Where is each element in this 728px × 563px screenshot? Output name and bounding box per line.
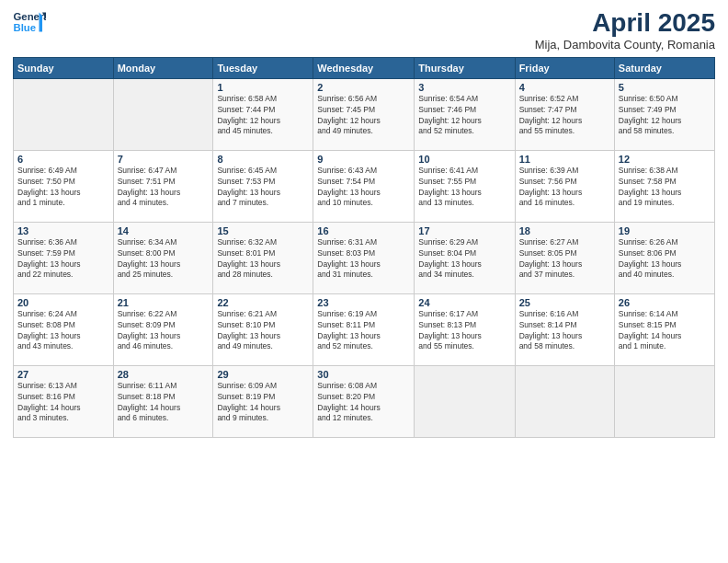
day-detail: Sunrise: 6:13 AMSunset: 8:16 PMDaylight:…: [17, 381, 109, 425]
day-header-saturday: Saturday: [614, 57, 714, 78]
calendar-cell: [113, 78, 213, 150]
calendar-cell: 17Sunrise: 6:29 AMSunset: 8:04 PMDayligh…: [415, 222, 515, 293]
day-detail: Sunrise: 6:52 AMSunset: 7:47 PMDaylight:…: [519, 94, 610, 138]
calendar-cell: 16Sunrise: 6:31 AMSunset: 8:03 PMDayligh…: [313, 222, 415, 293]
day-detail: Sunrise: 6:22 AMSunset: 8:09 PMDaylight:…: [118, 309, 210, 353]
calendar-cell: 15Sunrise: 6:32 AMSunset: 8:01 PMDayligh…: [213, 222, 313, 293]
day-detail: Sunrise: 6:16 AMSunset: 8:14 PMDaylight:…: [519, 309, 610, 353]
day-detail: Sunrise: 6:29 AMSunset: 8:04 PMDaylight:…: [418, 237, 510, 282]
day-number: 11: [519, 154, 610, 165]
day-detail: Sunrise: 6:49 AMSunset: 7:50 PMDaylight:…: [17, 166, 109, 210]
calendar-cell: 12Sunrise: 6:38 AMSunset: 7:58 PMDayligh…: [614, 150, 714, 222]
day-detail: Sunrise: 6:14 AMSunset: 8:15 PMDaylight:…: [619, 309, 711, 353]
calendar-cell: 7Sunrise: 6:47 AMSunset: 7:51 PMDaylight…: [113, 150, 213, 222]
calendar-cell: 10Sunrise: 6:41 AMSunset: 7:55 PMDayligh…: [415, 150, 515, 222]
day-number: 12: [619, 154, 711, 165]
calendar-cell: 11Sunrise: 6:39 AMSunset: 7:56 PMDayligh…: [515, 150, 614, 222]
day-detail: Sunrise: 6:24 AMSunset: 8:08 PMDaylight:…: [17, 309, 109, 353]
day-detail: Sunrise: 6:41 AMSunset: 7:55 PMDaylight:…: [418, 166, 510, 210]
day-number: 2: [317, 82, 410, 93]
calendar-cell: 30Sunrise: 6:08 AMSunset: 8:20 PMDayligh…: [313, 365, 415, 437]
day-number: 21: [118, 297, 210, 308]
day-detail: Sunrise: 6:39 AMSunset: 7:56 PMDaylight:…: [519, 166, 610, 210]
calendar-cell: 8Sunrise: 6:45 AMSunset: 7:53 PMDaylight…: [213, 150, 313, 222]
calendar-cell: 28Sunrise: 6:11 AMSunset: 8:18 PMDayligh…: [113, 365, 213, 437]
day-detail: Sunrise: 6:34 AMSunset: 8:00 PMDaylight:…: [118, 237, 210, 282]
day-detail: Sunrise: 6:56 AMSunset: 7:45 PMDaylight:…: [317, 94, 410, 138]
calendar-cell: 1Sunrise: 6:58 AMSunset: 7:44 PMDaylight…: [213, 78, 313, 150]
day-number: 26: [619, 297, 711, 308]
day-detail: Sunrise: 6:38 AMSunset: 7:58 PMDaylight:…: [619, 166, 711, 210]
calendar-week-3: 13Sunrise: 6:36 AMSunset: 7:59 PMDayligh…: [14, 222, 715, 293]
day-header-wednesday: Wednesday: [313, 57, 415, 78]
day-number: 10: [418, 154, 510, 165]
day-number: 6: [17, 154, 109, 165]
calendar-cell: 5Sunrise: 6:50 AMSunset: 7:49 PMDaylight…: [614, 78, 714, 150]
calendar-body: 1Sunrise: 6:58 AMSunset: 7:44 PMDaylight…: [14, 78, 715, 437]
calendar-cell: [415, 365, 515, 437]
day-header-friday: Friday: [515, 57, 614, 78]
day-number: 23: [317, 297, 410, 308]
calendar-cell: 24Sunrise: 6:17 AMSunset: 8:13 PMDayligh…: [415, 293, 515, 365]
day-detail: Sunrise: 6:43 AMSunset: 7:54 PMDaylight:…: [317, 166, 410, 210]
svg-text:Blue: Blue: [14, 22, 37, 33]
calendar-cell: 25Sunrise: 6:16 AMSunset: 8:14 PMDayligh…: [515, 293, 614, 365]
day-number: 18: [519, 225, 610, 236]
calendar-cell: [14, 78, 114, 150]
day-number: 22: [217, 297, 309, 308]
day-detail: Sunrise: 6:09 AMSunset: 8:19 PMDaylight:…: [217, 381, 309, 425]
day-number: 24: [418, 297, 510, 308]
calendar-cell: 29Sunrise: 6:09 AMSunset: 8:19 PMDayligh…: [213, 365, 313, 437]
calendar-week-4: 20Sunrise: 6:24 AMSunset: 8:08 PMDayligh…: [14, 293, 715, 365]
calendar-cell: 27Sunrise: 6:13 AMSunset: 8:16 PMDayligh…: [14, 365, 114, 437]
calendar-week-1: 1Sunrise: 6:58 AMSunset: 7:44 PMDaylight…: [14, 78, 715, 150]
calendar-cell: 2Sunrise: 6:56 AMSunset: 7:45 PMDaylight…: [313, 78, 415, 150]
day-number: 16: [317, 225, 410, 236]
day-detail: Sunrise: 6:08 AMSunset: 8:20 PMDaylight:…: [317, 381, 410, 425]
day-detail: Sunrise: 6:19 AMSunset: 8:11 PMDaylight:…: [317, 309, 410, 353]
day-detail: Sunrise: 6:58 AMSunset: 7:44 PMDaylight:…: [217, 94, 309, 138]
logo-icon: General Blue: [13, 9, 46, 35]
day-number: 28: [118, 369, 210, 380]
title-block: April 2025 Mija, Dambovita County, Roman…: [535, 9, 715, 52]
page-header: General Blue April 2025 Mija, Dambovita …: [13, 9, 715, 52]
calendar-cell: [614, 365, 714, 437]
calendar-cell: 9Sunrise: 6:43 AMSunset: 7:54 PMDaylight…: [313, 150, 415, 222]
day-detail: Sunrise: 6:27 AMSunset: 8:05 PMDaylight:…: [519, 237, 610, 282]
calendar-cell: 22Sunrise: 6:21 AMSunset: 8:10 PMDayligh…: [213, 293, 313, 365]
day-detail: Sunrise: 6:31 AMSunset: 8:03 PMDaylight:…: [317, 237, 410, 282]
day-number: 27: [17, 369, 109, 380]
calendar-cell: 26Sunrise: 6:14 AMSunset: 8:15 PMDayligh…: [614, 293, 714, 365]
calendar-cell: 3Sunrise: 6:54 AMSunset: 7:46 PMDaylight…: [415, 78, 515, 150]
day-header-thursday: Thursday: [415, 57, 515, 78]
calendar-cell: [515, 365, 614, 437]
day-detail: Sunrise: 6:26 AMSunset: 8:06 PMDaylight:…: [619, 237, 711, 282]
calendar-cell: 23Sunrise: 6:19 AMSunset: 8:11 PMDayligh…: [313, 293, 415, 365]
day-header-monday: Monday: [113, 57, 213, 78]
calendar-cell: 19Sunrise: 6:26 AMSunset: 8:06 PMDayligh…: [614, 222, 714, 293]
calendar-cell: 18Sunrise: 6:27 AMSunset: 8:05 PMDayligh…: [515, 222, 614, 293]
day-number: 14: [118, 225, 210, 236]
calendar-week-5: 27Sunrise: 6:13 AMSunset: 8:16 PMDayligh…: [14, 365, 715, 437]
day-number: 4: [519, 82, 610, 93]
day-number: 5: [619, 82, 711, 93]
day-number: 15: [217, 225, 309, 236]
day-number: 13: [17, 225, 109, 236]
day-number: 9: [317, 154, 410, 165]
day-number: 8: [217, 154, 309, 165]
day-detail: Sunrise: 6:36 AMSunset: 7:59 PMDaylight:…: [17, 237, 109, 282]
day-number: 19: [619, 225, 711, 236]
calendar-cell: 21Sunrise: 6:22 AMSunset: 8:09 PMDayligh…: [113, 293, 213, 365]
day-number: 30: [317, 369, 410, 380]
day-detail: Sunrise: 6:50 AMSunset: 7:49 PMDaylight:…: [619, 94, 711, 138]
calendar-table: SundayMondayTuesdayWednesdayThursdayFrid…: [13, 57, 715, 438]
day-number: 1: [217, 82, 309, 93]
logo: General Blue: [13, 9, 46, 35]
day-number: 3: [418, 82, 510, 93]
day-number: 25: [519, 297, 610, 308]
day-number: 29: [217, 369, 309, 380]
calendar-cell: 4Sunrise: 6:52 AMSunset: 7:47 PMDaylight…: [515, 78, 614, 150]
day-number: 20: [17, 297, 109, 308]
calendar-cell: 20Sunrise: 6:24 AMSunset: 8:08 PMDayligh…: [14, 293, 114, 365]
day-detail: Sunrise: 6:21 AMSunset: 8:10 PMDaylight:…: [217, 309, 309, 353]
